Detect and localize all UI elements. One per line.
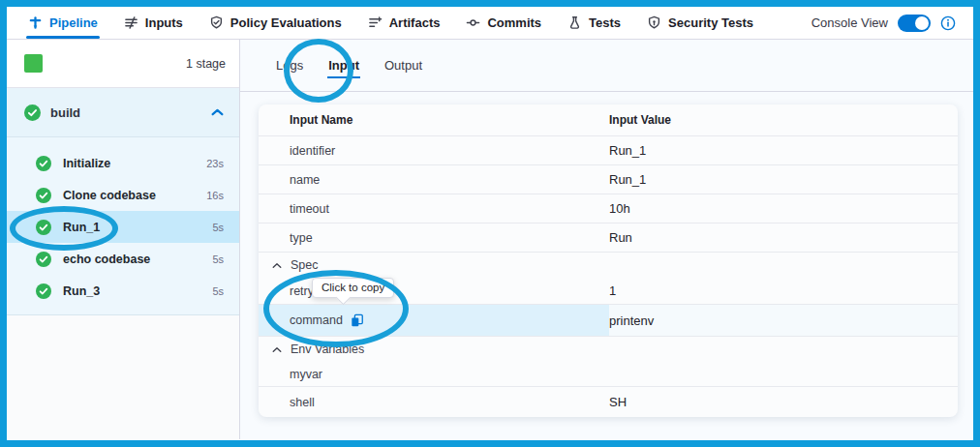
nav-tab-label: Policy Evaluations (230, 15, 342, 30)
input-value-cell: 10h (609, 201, 958, 216)
input-name-cell: identifier (259, 136, 609, 164)
step-label: Clone codebase (63, 189, 156, 202)
success-check-icon (36, 220, 51, 235)
nav-tab-label: Inputs (145, 15, 183, 30)
nav-tab-inputs[interactable]: Inputs (124, 7, 183, 39)
table-row-identifier[interactable]: identifier Run_1 (259, 136, 958, 165)
copy-tooltip: Click to copy (312, 278, 394, 298)
top-nav-tabs: Pipeline Inputs Policy Evaluations Artif… (28, 7, 753, 39)
step-duration: 23s (206, 158, 224, 169)
tab-output[interactable]: Output (384, 52, 422, 78)
chevron-up-icon[interactable] (272, 346, 282, 353)
nav-tab-label: Commits (487, 15, 541, 30)
nav-tab-tests[interactable]: Tests (567, 7, 621, 39)
table-row-shell[interactable]: shell SH (259, 387, 958, 417)
nav-tab-policy-evaluations[interactable]: Policy Evaluations (209, 7, 342, 39)
step-duration: 5s (212, 285, 224, 297)
nav-tab-security-tests[interactable]: Security Tests (647, 7, 753, 39)
success-check-icon (36, 252, 51, 267)
section-label: Spec (291, 258, 319, 272)
tab-input[interactable]: Input (328, 52, 359, 78)
copy-target-cell[interactable]: command (259, 305, 609, 336)
pipeline-icon (28, 15, 43, 30)
input-value-cell: Run (609, 230, 958, 245)
input-name-cell: timeout (259, 194, 609, 223)
commits-icon (466, 15, 480, 30)
nav-right-controls: Console View (812, 15, 956, 32)
step-details-panel: Logs Input Output Input Name Input Value… (240, 40, 973, 439)
success-check-icon (36, 283, 51, 299)
detail-tabs: Logs Input Output (240, 40, 973, 92)
step-label: Run_3 (63, 284, 100, 298)
column-header-input-name: Input Name (259, 104, 609, 135)
step-duration: 5s (212, 253, 224, 265)
copy-icon[interactable] (351, 313, 364, 328)
stage-group-label: build (50, 105, 80, 120)
table-row-name[interactable]: name Run_1 (259, 165, 958, 194)
nav-tab-label: Pipeline (49, 15, 98, 30)
input-table-card: Input Name Input Value identifier Run_1 … (259, 104, 958, 417)
step-duration: 16s (206, 190, 224, 201)
column-header-input-value: Input Value (609, 113, 958, 127)
nav-tab-pipeline[interactable]: Pipeline (28, 7, 98, 39)
success-check-icon (36, 188, 51, 203)
input-value-cell: 1 (609, 283, 958, 298)
security-tests-icon (647, 15, 661, 30)
success-check-icon (36, 156, 51, 171)
input-value-cell: Run_1 (609, 143, 958, 158)
inputs-icon (124, 15, 138, 30)
table-row-command[interactable]: command printenv (259, 305, 958, 337)
stage-count: 1 stage (186, 57, 226, 71)
input-value-cell: printenv (609, 313, 958, 328)
input-name-cell: name (259, 165, 609, 194)
top-navigation: Pipeline Inputs Policy Evaluations Artif… (7, 7, 973, 40)
input-name-cell: type (259, 224, 609, 252)
table-row-timeout[interactable]: timeout 10h (259, 194, 958, 224)
nav-tab-commits[interactable]: Commits (466, 7, 541, 39)
step-run-1[interactable]: Run_1 5s (7, 211, 239, 243)
section-row-spec[interactable]: Spec (259, 253, 958, 278)
info-icon[interactable] (940, 15, 956, 31)
step-run-3[interactable]: Run_3 5s (7, 275, 239, 307)
table-row-type[interactable]: type Run (259, 224, 958, 253)
app-window: Pipeline Inputs Policy Evaluations Artif… (0, 0, 980, 447)
step-echo-codebase[interactable]: echo codebase 5s (7, 243, 239, 275)
stage-status-square (24, 54, 43, 73)
stage-group-build[interactable]: build (7, 88, 239, 136)
nav-tab-label: Tests (589, 15, 621, 30)
tests-icon (567, 15, 582, 30)
console-view-toggle[interactable] (898, 15, 931, 32)
input-value-cell: SH (609, 395, 958, 409)
input-name-cell: command (290, 313, 343, 327)
step-label: Initialize (63, 157, 110, 170)
section-row-env-variables[interactable]: Env Variables (259, 337, 958, 362)
policy-evaluations-icon (209, 15, 224, 30)
tab-logs[interactable]: Logs (276, 52, 303, 78)
step-list: Initialize 23s Clone codebase 16s Run_1 … (7, 136, 239, 315)
artifacts-icon (368, 15, 383, 30)
section-label: Env Variables (291, 343, 364, 356)
input-value-cell: Run_1 (609, 172, 958, 187)
nav-tab-artifacts[interactable]: Artifacts (368, 7, 441, 39)
input-name-cell: myvar (259, 362, 609, 386)
step-duration: 5s (212, 222, 224, 233)
success-check-icon (24, 104, 41, 121)
table-row-myvar[interactable]: myvar (259, 362, 958, 387)
step-label: Run_1 (63, 221, 100, 234)
step-initialize[interactable]: Initialize 23s (7, 147, 239, 179)
chevron-up-icon[interactable] (211, 108, 224, 116)
console-view-label: Console View (812, 15, 888, 30)
table-header-row: Input Name Input Value (259, 104, 958, 136)
nav-tab-label: Security Tests (668, 15, 753, 30)
stage-summary-row[interactable]: 1 stage (7, 40, 239, 88)
toggle-knob (915, 16, 929, 30)
chevron-up-icon[interactable] (272, 262, 282, 269)
step-label: echo codebase (63, 253, 150, 266)
pipeline-stage-sidebar: 1 stage build Initialize 23s Clone codeb… (7, 40, 240, 439)
input-name-cell: shell (259, 387, 609, 417)
step-clone-codebase[interactable]: Clone codebase 16s (7, 179, 239, 211)
nav-tab-label: Artifacts (389, 15, 441, 30)
